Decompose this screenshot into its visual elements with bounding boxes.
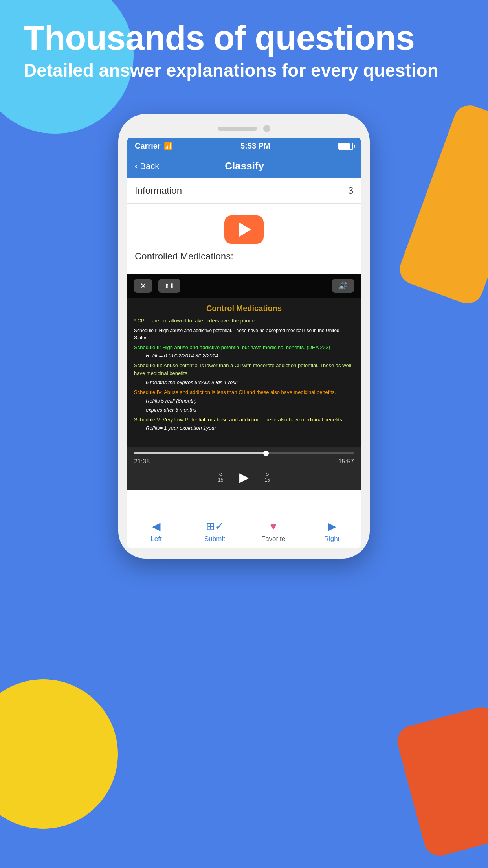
video-controls-top: ✕ ⬆⬇ 🔊 bbox=[127, 274, 361, 298]
rewind-button[interactable]: ↺ 15 bbox=[218, 472, 223, 483]
info-row: Information 3 bbox=[127, 178, 361, 204]
blackboard-title: Control Medications bbox=[134, 304, 354, 313]
current-time: 21:38 bbox=[134, 458, 150, 465]
blackboard-line7: Schedule IV: Abuse and addiction is less… bbox=[134, 388, 354, 396]
info-number: 3 bbox=[348, 185, 353, 196]
progress-track[interactable] bbox=[134, 452, 354, 454]
tab-bar: ◀ Left ⊞✓ Submit ♥ Favorite ▶ Right bbox=[127, 514, 361, 548]
playback-controls: ↺ 15 ▶ ↻ 15 bbox=[134, 470, 354, 485]
blackboard-line9: expires after 6 months bbox=[146, 407, 354, 413]
phone-speaker bbox=[218, 127, 257, 131]
heart-icon: ♥ bbox=[270, 520, 277, 533]
tab-favorite-label: Favorite bbox=[261, 535, 285, 543]
wifi-icon: 📶 bbox=[164, 142, 172, 151]
blackboard-content: Control Medications * CPhT are not allow… bbox=[127, 298, 361, 447]
blackboard-line11: Refills= 1 year expiration 1year bbox=[146, 425, 354, 431]
status-bar: Carrier 📶 5:53 PM bbox=[127, 138, 361, 154]
time-row: 21:38 -15:57 bbox=[134, 458, 354, 465]
subtitle: Detailed answer explanations for every q… bbox=[24, 60, 464, 81]
play-pause-button[interactable]: ▶ bbox=[239, 470, 249, 485]
blackboard-line6: 6 months the expires 5rcAlls 90ds 1 refi… bbox=[146, 379, 354, 385]
submit-icon: ⊞✓ bbox=[206, 520, 224, 533]
tab-favorite[interactable]: ♥ Favorite bbox=[258, 520, 289, 543]
time-display: 5:53 PM bbox=[240, 142, 270, 151]
phone-screen: Carrier 📶 5:53 PM ‹ Back Classify Inform… bbox=[127, 138, 361, 548]
progress-fill bbox=[134, 452, 266, 454]
carrier-label: Carrier bbox=[135, 142, 161, 151]
video-label: Controlled Medications: bbox=[135, 251, 233, 262]
battery-icon bbox=[338, 143, 353, 150]
right-arrow-icon: ▶ bbox=[328, 520, 336, 533]
back-chevron-icon: ‹ bbox=[135, 161, 138, 171]
progress-thumb bbox=[263, 451, 269, 456]
nav-bar: ‹ Back Classify bbox=[127, 154, 361, 178]
close-button[interactable]: ✕ bbox=[134, 279, 152, 293]
blackboard-line2: Schedule I: High abuse and addictive pot… bbox=[134, 327, 354, 341]
nav-title: Classify bbox=[159, 160, 330, 172]
video-player: ✕ ⬆⬇ 🔊 Control Medications * CPhT are no… bbox=[127, 274, 361, 490]
tab-submit[interactable]: ⊞✓ Submit bbox=[199, 520, 231, 543]
tab-right-label: Right bbox=[324, 535, 340, 543]
bg-shape-bottomright bbox=[394, 704, 488, 859]
play-button-large[interactable] bbox=[224, 215, 264, 244]
video-ctrl-left: ✕ ⬆⬇ bbox=[134, 279, 180, 293]
phone-notch bbox=[127, 125, 361, 132]
tab-submit-label: Submit bbox=[204, 535, 225, 543]
forward-button[interactable]: ↻ 15 bbox=[265, 472, 270, 483]
main-title: Thousands of questions bbox=[24, 20, 464, 56]
play-triangle-icon bbox=[239, 223, 251, 237]
blackboard-line4: Refills= 0 01/02/2014 3/02/2014 bbox=[146, 353, 354, 359]
status-left: Carrier 📶 bbox=[135, 142, 172, 151]
empty-area bbox=[127, 490, 361, 514]
blackboard-line10: Schedule V: Very Low Potential for abuse… bbox=[134, 416, 354, 424]
resize-button[interactable]: ⬆⬇ bbox=[158, 279, 180, 293]
tab-left-label: Left bbox=[150, 535, 161, 543]
phone-camera bbox=[263, 125, 270, 132]
blackboard-line5: Schedule III: Abuse potential is lower t… bbox=[134, 362, 354, 377]
remaining-time: -15:57 bbox=[336, 458, 354, 465]
battery-fill bbox=[339, 143, 350, 149]
blackboard-line3: Schedule II: High abuse and addictive po… bbox=[134, 344, 354, 351]
bg-shape-bottomleft bbox=[0, 679, 118, 829]
tab-right[interactable]: ▶ Right bbox=[316, 520, 348, 543]
back-label: Back bbox=[140, 161, 159, 171]
blackboard-line1: * CPhT are not allowed to take orders ov… bbox=[134, 317, 354, 325]
phone-outer: Carrier 📶 5:53 PM ‹ Back Classify Inform… bbox=[118, 114, 370, 559]
video-placeholder: Controlled Medications: bbox=[127, 204, 361, 274]
info-label: Information bbox=[135, 185, 182, 196]
blackboard-line8: Refills 5 refill (6month) bbox=[146, 398, 354, 404]
header-section: Thousands of questions Detailed answer e… bbox=[0, 20, 488, 81]
tab-left[interactable]: ◀ Left bbox=[141, 520, 172, 543]
bg-shape-right bbox=[396, 101, 488, 308]
left-arrow-icon: ◀ bbox=[152, 520, 161, 533]
sound-button[interactable]: 🔊 bbox=[332, 279, 354, 293]
video-progress: 21:38 -15:57 ↺ 15 ▶ ↻ 15 bbox=[127, 447, 361, 490]
back-button[interactable]: ‹ Back bbox=[135, 161, 159, 171]
phone-mockup: Carrier 📶 5:53 PM ‹ Back Classify Inform… bbox=[118, 114, 370, 559]
